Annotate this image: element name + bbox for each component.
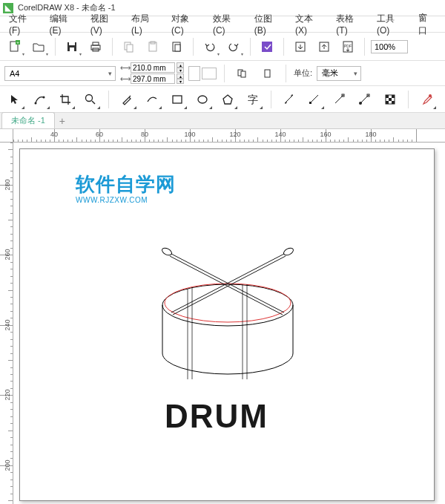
menu-text[interactable]: 文本(X) xyxy=(289,13,330,36)
svg-text:+: + xyxy=(16,40,19,45)
polygon-tool[interactable] xyxy=(217,89,238,110)
ruler-origin[interactable] xyxy=(0,129,13,143)
blend-tool[interactable] xyxy=(355,89,375,110)
height-icon: ⟷ xyxy=(120,75,129,83)
svg-rect-21 xyxy=(241,71,245,77)
menu-edit[interactable]: 编辑(E) xyxy=(44,13,85,36)
undo-button[interactable]: ▾ xyxy=(200,36,220,57)
toolbox: 字 xyxy=(0,86,445,113)
ellipse-tool[interactable] xyxy=(192,89,213,110)
freehand-tool[interactable] xyxy=(116,89,137,110)
separator xyxy=(108,91,109,108)
publish-pdf-button[interactable]: PDF xyxy=(337,36,358,57)
transparency-tool[interactable] xyxy=(380,89,400,110)
zoom-input[interactable] xyxy=(371,40,408,53)
svg-rect-41 xyxy=(392,95,395,98)
paper-size-dropdown[interactable]: A4 xyxy=(4,66,116,81)
artistic-media-tool[interactable] xyxy=(142,89,162,110)
svg-rect-43 xyxy=(386,101,389,104)
copy-button[interactable] xyxy=(119,36,139,57)
crop-tool[interactable] xyxy=(55,89,76,110)
shape-tool[interactable] xyxy=(30,89,50,110)
separator xyxy=(250,38,251,56)
drum-text: DRUM xyxy=(165,398,268,435)
svg-rect-42 xyxy=(389,98,392,101)
redo-button[interactable]: ▾ xyxy=(223,36,244,57)
unit-dropdown[interactable]: 毫米 xyxy=(317,66,361,81)
app-logo-icon: ◣ xyxy=(3,3,13,13)
svg-point-24 xyxy=(43,96,45,98)
svg-rect-27 xyxy=(173,96,182,103)
zoom-tool[interactable] xyxy=(80,89,101,110)
separator xyxy=(55,38,56,56)
width-spinner[interactable]: ▴▾ xyxy=(177,62,184,73)
page-dimensions: ⟷ ▴▾ ⟷ ▴▾ xyxy=(120,62,184,84)
menu-view[interactable]: 视图(V) xyxy=(85,13,125,36)
standard-toolbar: +▾ ▾ ▾ ▾ ▾ PDF xyxy=(0,33,445,61)
rectangle-tool[interactable] xyxy=(167,89,188,110)
svg-point-23 xyxy=(35,102,37,104)
svg-rect-33 xyxy=(309,102,312,104)
eyedropper-tool[interactable] xyxy=(416,89,437,110)
svg-point-25 xyxy=(86,94,93,101)
dimension-tool[interactable] xyxy=(279,89,300,110)
menu-object[interactable]: 对象(C) xyxy=(165,13,207,36)
connector-tool[interactable] xyxy=(304,89,325,110)
separator xyxy=(224,65,225,82)
page: 软件自学网 WWW.RJZXW.COM xyxy=(19,148,435,501)
pick-tool[interactable] xyxy=(4,89,25,110)
separator xyxy=(364,38,365,56)
import-button[interactable] xyxy=(290,36,311,57)
menu-tools[interactable]: 工具(O) xyxy=(371,13,413,36)
menu-file[interactable]: 文件(F) xyxy=(3,13,44,36)
drop-shadow-tool[interactable] xyxy=(329,89,350,110)
window-title: CorelDRAW X8 - 未命名 -1 xyxy=(18,2,116,13)
document-tabs: 未命名 -1 + xyxy=(0,113,445,129)
svg-rect-4 xyxy=(69,42,75,45)
print-button[interactable] xyxy=(85,36,106,57)
canvas-area[interactable]: 软件自学网 WWW.RJZXW.COM xyxy=(13,143,445,504)
search-button[interactable] xyxy=(257,36,277,57)
svg-rect-44 xyxy=(392,101,395,104)
menu-window[interactable]: 窗口 xyxy=(412,12,442,37)
save-button[interactable]: ▾ xyxy=(62,36,82,57)
svg-rect-7 xyxy=(93,42,99,45)
landscape-button[interactable] xyxy=(202,68,217,79)
current-page-button[interactable] xyxy=(257,63,278,84)
document-tab[interactable]: 未命名 -1 xyxy=(1,112,55,128)
svg-line-26 xyxy=(92,101,95,104)
portrait-button[interactable] xyxy=(188,66,200,81)
vertical-ruler[interactable]: 280260240220200180 xyxy=(0,143,13,504)
svg-point-45 xyxy=(429,94,432,97)
export-button[interactable] xyxy=(314,36,334,57)
svg-line-56 xyxy=(170,256,283,315)
menu-bitmap[interactable]: 位图(B) xyxy=(248,13,289,36)
separator xyxy=(271,91,271,108)
page-height-input[interactable] xyxy=(131,73,175,84)
svg-point-57 xyxy=(283,246,294,257)
menu-layout[interactable]: 布局(L) xyxy=(125,13,165,36)
all-pages-button[interactable] xyxy=(232,63,253,84)
text-tool[interactable]: 字 xyxy=(243,89,263,110)
svg-text:字: 字 xyxy=(248,94,258,105)
new-button[interactable]: +▾ xyxy=(4,36,25,57)
svg-point-47 xyxy=(165,284,291,322)
open-button[interactable]: ▾ xyxy=(28,36,49,57)
svg-point-28 xyxy=(198,96,207,103)
separator xyxy=(408,91,409,108)
menu-effect[interactable]: 效果(C) xyxy=(207,13,248,36)
height-spinner[interactable]: ▴▾ xyxy=(177,73,184,84)
svg-line-59 xyxy=(173,256,286,315)
svg-point-54 xyxy=(161,246,173,257)
svg-point-37 xyxy=(359,102,362,105)
svg-point-46 xyxy=(162,284,293,326)
page-width-input[interactable] xyxy=(131,62,175,73)
svg-marker-29 xyxy=(223,95,232,104)
drum-drawing xyxy=(131,209,324,387)
separator xyxy=(112,38,113,56)
menu-table[interactable]: 表格(T) xyxy=(330,13,371,36)
clipboard-button[interactable] xyxy=(166,36,187,57)
paste-button[interactable] xyxy=(142,36,163,57)
horizontal-ruler[interactable]: 406080100120140160180 xyxy=(13,129,445,143)
add-tab-button[interactable]: + xyxy=(55,114,70,128)
